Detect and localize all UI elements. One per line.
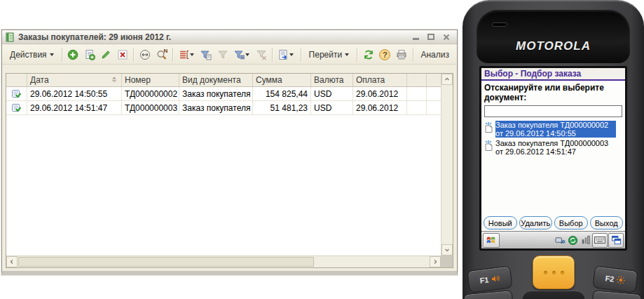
window-title: Заказы покупателей: 29 июня 2012 г.	[18, 32, 407, 42]
window-client-area: Дата Номер Вид документа Сумма Валюта Оп…	[2, 65, 457, 271]
key-action-center[interactable]	[521, 291, 586, 299]
windows-stack-icon	[611, 235, 622, 245]
clear-filter-button-disabled[interactable]	[254, 47, 268, 62]
ordering-button[interactable]	[177, 47, 197, 62]
cell-date: 29.06.2012 14:50:55	[27, 87, 122, 100]
help-button[interactable]: ?	[378, 47, 392, 62]
exit-button[interactable]: Выход	[590, 216, 624, 230]
filter-by-value-button-disabled[interactable]	[215, 47, 230, 62]
horizontal-scrollbar[interactable]	[6, 255, 441, 267]
close-icon[interactable]	[441, 33, 451, 41]
delete-x-icon	[117, 49, 128, 60]
maximize-icon[interactable]	[426, 33, 436, 41]
analysis-button[interactable]: Анализ	[416, 47, 453, 62]
restore-list-settings-button[interactable]	[137, 47, 152, 62]
toolbar-separator	[62, 48, 62, 62]
list-item-order[interactable]: Заказ покупателя ТД000000002 от 29.06.20…	[481, 120, 625, 138]
posted-document-icon	[11, 102, 22, 113]
table-header-row: Дата Номер Вид документа Сумма Валюта Оп…	[6, 74, 441, 87]
restore-arrows-icon	[139, 49, 151, 60]
table-row[interactable]: 29.06.2012 14:50:55 ТД000000002 Заказ по…	[6, 87, 441, 101]
scroll-right-icon[interactable]	[430, 256, 441, 267]
motorola-terminal: MOTOROLA Выбор - Подбор заказа Отсканиру…	[463, 0, 644, 299]
list-item-order[interactable]: Заказ покупателя ТД000000003 от 29.06.20…	[481, 138, 625, 157]
copy-button[interactable]	[82, 47, 97, 62]
print-button[interactable]	[394, 47, 409, 62]
filter-list-icon	[234, 49, 245, 60]
cell-payment: 29.06.2012	[353, 101, 407, 114]
chevron-down-icon	[50, 53, 54, 56]
window-controls	[411, 33, 454, 41]
search-n-badge: N	[164, 48, 168, 54]
select-button[interactable]: Выбор	[554, 216, 588, 230]
cell-payment: 29.06.2012	[353, 87, 407, 100]
column-header-doctype[interactable]: Вид документа	[179, 74, 253, 86]
column-header-number[interactable]: Номер	[122, 74, 179, 86]
activesync-icon[interactable]	[567, 234, 579, 246]
scroll-down-icon[interactable]	[441, 244, 453, 255]
battery-signal-icon[interactable]	[580, 234, 591, 246]
system-tray	[554, 233, 624, 248]
scan-dot	[561, 271, 564, 274]
table-row[interactable]: 29.06.2012 14:51:47 ТД000000003 Заказ по…	[6, 101, 441, 115]
new-button[interactable]: Новый	[484, 216, 517, 230]
delete-button[interactable]	[115, 47, 130, 62]
doc-status-cell	[6, 87, 27, 100]
filter-disabled-icon	[217, 49, 228, 60]
filter-list-button[interactable]	[232, 47, 252, 62]
led-indicator	[492, 22, 507, 27]
keyboard-button[interactable]	[592, 233, 608, 248]
set-filter-button[interactable]	[199, 47, 214, 62]
mobile-document-icon	[483, 121, 494, 133]
task-switcher-button[interactable]	[608, 233, 624, 248]
refresh-icon	[363, 49, 374, 60]
minimize-icon[interactable]	[411, 33, 420, 41]
copy-icon	[84, 49, 95, 60]
edit-button[interactable]	[98, 47, 113, 62]
scrollbar-thumb[interactable]	[18, 257, 314, 267]
goto-button[interactable]: Перейти	[305, 47, 354, 62]
scroll-left-icon[interactable]	[6, 256, 18, 267]
help-icon: ?	[379, 49, 390, 60]
cell-empty	[407, 101, 427, 114]
sync-status-icon[interactable]	[554, 234, 566, 246]
find-by-number-button[interactable]: N	[154, 47, 169, 62]
filter-clear-disabled-icon	[256, 49, 267, 60]
actions-button[interactable]: Действия	[6, 47, 58, 62]
cell-date: 29.06.2012 14:51:47	[27, 101, 122, 114]
vertical-scrollbar[interactable]	[441, 74, 453, 255]
cell-currency: USD	[311, 87, 353, 100]
toolbar-separator	[272, 48, 273, 62]
refresh-button[interactable]	[361, 47, 376, 62]
printer-icon	[396, 49, 407, 60]
cell-currency: USD	[311, 101, 353, 114]
start-button[interactable]	[483, 233, 500, 248]
orders-table-frame: Дата Номер Вид документа Сумма Валюта Оп…	[6, 73, 453, 268]
column-header-currency[interactable]: Валюта	[311, 74, 353, 86]
taskbar	[481, 231, 625, 248]
scroll-up-icon[interactable]	[441, 74, 453, 85]
toolbar-separator	[357, 48, 357, 62]
column-header-payment[interactable]: Оплата	[353, 74, 407, 86]
column-header-icon[interactable]	[6, 74, 27, 86]
column-header-date[interactable]: Дата	[27, 74, 122, 86]
scan-button[interactable]	[533, 255, 575, 289]
add-button[interactable]	[66, 47, 81, 62]
windows-logo-icon	[486, 235, 496, 245]
delete-button[interactable]: Удалить	[519, 216, 553, 230]
scan-input[interactable]	[484, 105, 622, 117]
scrollbar-corner	[441, 255, 453, 267]
sort-indicator-icon	[111, 75, 118, 85]
output-list-button[interactable]	[276, 47, 296, 62]
chevron-down-icon	[190, 53, 194, 56]
toolbar-separator	[172, 48, 173, 62]
column-header-sum[interactable]: Сумма	[253, 74, 311, 86]
window-icon	[5, 32, 15, 42]
doc-status-cell	[6, 101, 27, 114]
cell-sum: 51 481,23	[253, 101, 311, 114]
chevron-down-icon	[289, 53, 294, 56]
keyboard-icon	[594, 236, 605, 244]
mobile-document-icon	[483, 140, 494, 151]
scan-dot	[552, 271, 556, 274]
orders-table: Дата Номер Вид документа Сумма Валюта Оп…	[6, 74, 441, 255]
